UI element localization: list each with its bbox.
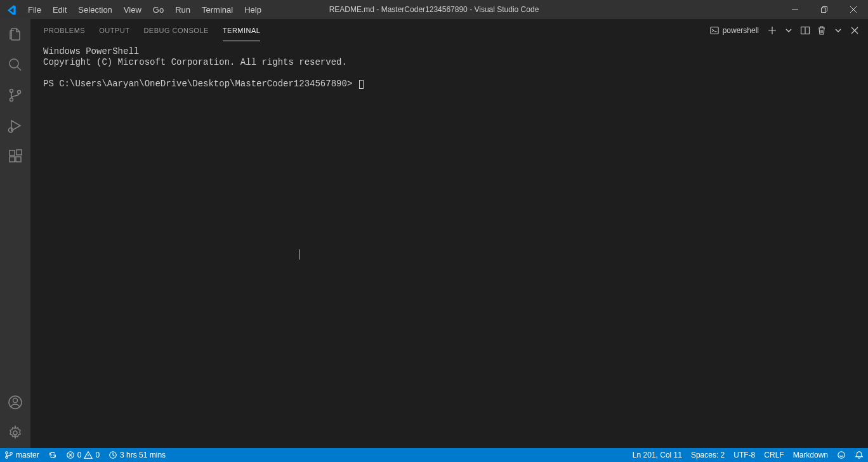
- new-terminal-button[interactable]: [765, 23, 779, 37]
- panel-tab-output[interactable]: OUTPUT: [92, 19, 136, 41]
- error-icon: [66, 451, 75, 459]
- status-right-group: Ln 201, Col 11 Spaces: 2 UTF-8 CRLF Mark…: [628, 448, 868, 462]
- svg-rect-8: [16, 157, 21, 162]
- activity-account[interactable]: [0, 387, 30, 418]
- text-caret: [299, 249, 299, 260]
- files-icon: [8, 27, 23, 42]
- window-controls: [780, 0, 868, 19]
- debug-icon: [8, 118, 23, 133]
- panel-area: PROBLEMS OUTPUT DEBUG CONSOLE TERMINAL p…: [30, 19, 868, 448]
- feedback-icon: [837, 451, 846, 459]
- menu-view[interactable]: View: [118, 0, 147, 19]
- svg-rect-9: [16, 150, 22, 155]
- svg-rect-7: [10, 157, 15, 162]
- branch-icon: [4, 451, 13, 459]
- terminal-icon: [710, 26, 719, 35]
- svg-point-1: [10, 59, 18, 68]
- status-time-tracking[interactable]: 3 hrs 51 mins: [104, 448, 170, 462]
- search-icon: [8, 57, 23, 72]
- close-button[interactable]: [839, 0, 868, 19]
- close-panel-button[interactable]: [848, 23, 862, 37]
- menu-edit[interactable]: Edit: [47, 0, 72, 19]
- activity-source-control[interactable]: [0, 80, 30, 110]
- activity-bottom-group: [0, 387, 30, 448]
- svg-point-12: [13, 431, 17, 435]
- svg-rect-6: [10, 150, 15, 155]
- menu-help[interactable]: Help: [239, 0, 267, 19]
- warning-icon: [84, 451, 93, 459]
- split-icon: [800, 25, 810, 36]
- titlebar: File Edit Selection View Go Run Terminal…: [0, 0, 868, 19]
- activity-run-debug[interactable]: [0, 110, 30, 141]
- window-title: README.md - MasterCoder1234567890 - Visu…: [329, 5, 539, 14]
- panel-tab-problems[interactable]: PROBLEMS: [37, 19, 92, 41]
- svg-point-15: [6, 452, 8, 454]
- panel-actions: powershell: [706, 23, 862, 37]
- activity-settings[interactable]: [0, 418, 30, 448]
- menu-terminal[interactable]: Terminal: [196, 0, 239, 19]
- statusbar: master 0 0 3 hrs 51 mins Ln 201, Col 11 …: [0, 448, 868, 462]
- chevron-down-icon: [834, 26, 843, 35]
- terminal-line-2: Copyright (C) Microsoft Corporation. All…: [43, 57, 347, 67]
- svg-rect-0: [822, 8, 826, 13]
- activity-extensions[interactable]: [0, 141, 30, 171]
- extensions-icon: [8, 148, 23, 164]
- plus-icon: [767, 25, 777, 36]
- vscode-icon: [6, 4, 16, 15]
- minimize-icon: [792, 6, 798, 13]
- errors-count: 0: [77, 451, 82, 459]
- clock-icon: [109, 451, 117, 459]
- status-notifications[interactable]: [850, 448, 868, 462]
- branch-name: master: [16, 451, 39, 459]
- status-problems[interactable]: 0 0: [62, 448, 104, 462]
- activity-search[interactable]: [0, 50, 30, 80]
- shell-label: powershell: [723, 26, 759, 35]
- chevron-down-icon: [785, 27, 792, 34]
- status-encoding[interactable]: UTF-8: [729, 448, 760, 462]
- menu-run[interactable]: Run: [169, 0, 196, 19]
- maximize-button[interactable]: [810, 0, 839, 19]
- minimize-button[interactable]: [780, 0, 810, 19]
- maximize-icon: [821, 6, 827, 13]
- main-container: PROBLEMS OUTPUT DEBUG CONSOLE TERMINAL p…: [0, 19, 868, 448]
- status-branch[interactable]: master: [0, 448, 44, 462]
- time-label: 3 hrs 51 mins: [120, 451, 166, 459]
- sync-icon: [48, 451, 57, 459]
- status-eol[interactable]: CRLF: [760, 448, 788, 462]
- branch-icon: [8, 88, 23, 103]
- kill-terminal-button[interactable]: [815, 23, 829, 37]
- gear-icon: [8, 425, 23, 440]
- activity-bar: [0, 19, 30, 448]
- svg-point-17: [10, 452, 13, 455]
- menu-selection[interactable]: Selection: [72, 0, 117, 19]
- terminal-shell-selector[interactable]: powershell: [706, 25, 763, 36]
- status-spaces[interactable]: Spaces: 2: [687, 448, 729, 462]
- terminal-prompt: PS C:\Users\Aaryan\OneDrive\Desktop\Mast…: [43, 79, 352, 89]
- menu-file[interactable]: File: [22, 0, 47, 19]
- close-icon: [850, 26, 859, 35]
- terminal-cursor: [359, 80, 364, 89]
- svg-point-4: [18, 91, 21, 94]
- bell-icon: [855, 451, 864, 459]
- panel-tab-terminal[interactable]: TERMINAL: [216, 19, 268, 41]
- menubar: File Edit Selection View Go Run Terminal…: [22, 0, 267, 19]
- svg-point-2: [10, 89, 13, 93]
- status-feedback[interactable]: [832, 448, 850, 462]
- warnings-count: 0: [95, 451, 100, 459]
- status-line-col[interactable]: Ln 201, Col 11: [628, 448, 687, 462]
- account-icon: [8, 395, 23, 410]
- svg-point-20: [838, 452, 845, 459]
- activity-explorer[interactable]: [0, 19, 30, 50]
- panel-tab-debug-console[interactable]: DEBUG CONSOLE: [136, 19, 215, 41]
- split-terminal-button[interactable]: [798, 23, 812, 37]
- status-language[interactable]: Markdown: [789, 448, 832, 462]
- terminal-line-1: Windows PowerShell: [43, 46, 139, 56]
- status-sync[interactable]: [44, 448, 62, 462]
- maximize-panel-button[interactable]: [831, 23, 845, 37]
- terminal-content[interactable]: Windows PowerShell Copyright (C) Microso…: [30, 41, 868, 448]
- terminal-dropdown-button[interactable]: [782, 23, 796, 37]
- menu-go[interactable]: Go: [147, 0, 169, 19]
- panel-tabs: PROBLEMS OUTPUT DEBUG CONSOLE TERMINAL p…: [30, 19, 868, 41]
- close-icon: [850, 6, 857, 13]
- app-logo: [0, 4, 22, 15]
